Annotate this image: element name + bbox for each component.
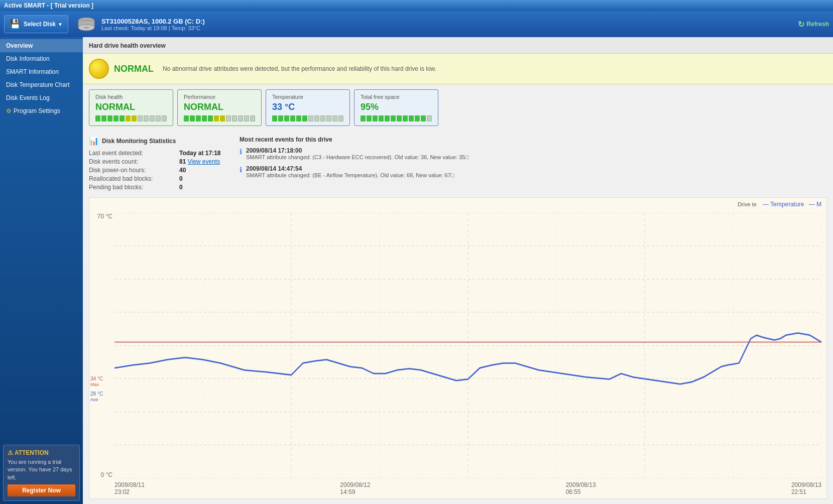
chart-title: Drive te — Temperature — M xyxy=(738,201,821,208)
view-events-link[interactable]: View events xyxy=(188,158,220,165)
event-item-1: ℹ 2009/08/14 17:18:00 SMART attribute ch… xyxy=(240,147,827,160)
lower-section: 📊 Disk Monitoring Statistics Last event … xyxy=(83,131,833,197)
app-title: Active SMART - [ Trial version ] xyxy=(4,2,93,9)
stats-row-power-on: Disk power-on hours: 40 xyxy=(89,167,229,174)
free-space-value: 95% xyxy=(361,102,432,112)
x-label-2: 2009/08/1214:59 xyxy=(340,481,370,495)
free-space-title: Total free space xyxy=(361,94,432,100)
health-card-temperature: Temperature 33 °C xyxy=(266,89,350,126)
event-desc-1: SMART attribute changed: (C3 - Hardware … xyxy=(246,154,468,160)
health-card-performance: Performance NORMAL xyxy=(177,89,262,126)
disk-name: ST31000528AS, 1000.2 GB (C: D:) xyxy=(101,18,798,25)
disk-info-header: ST31000528AS, 1000.2 GB (C: D:) Last che… xyxy=(101,18,798,31)
chart-max-label: 34 °CMax xyxy=(90,376,103,387)
select-disk-button[interactable]: 💾 Select Disk ▼ xyxy=(4,15,68,33)
stats-row-pending: Pending bad blocks: 0 xyxy=(89,184,229,191)
performance-progress xyxy=(184,115,255,121)
event-icon-1: ℹ xyxy=(240,148,242,160)
event-content-2: 2009/08/14 14:47:54 SMART attribute chan… xyxy=(246,165,454,178)
x-label-4: 2009/08/1322:51 xyxy=(791,481,821,495)
event-item-2: ℹ 2009/08/14 14:47:54 SMART attribute ch… xyxy=(240,165,827,178)
attention-text: You are running a trial version. You hav… xyxy=(8,458,75,481)
event-time-1: 2009/08/14 17:18:00 xyxy=(246,147,468,154)
page-title: Hard drive health overview xyxy=(89,42,166,49)
event-icon-2: ℹ xyxy=(240,166,242,178)
register-button[interactable]: Register Now xyxy=(8,484,75,496)
sidebar-item-program-settings[interactable]: ⚙ Program Settings xyxy=(0,104,83,117)
status-text: No abnormal drive attributes were detect… xyxy=(163,65,436,72)
settings-icon: ⚙ xyxy=(6,107,12,114)
status-banner: NORMAL No abnormal drive attributes were… xyxy=(83,54,833,84)
sidebar-item-smart-information[interactable]: SMART Information xyxy=(0,65,83,78)
chart-svg-container xyxy=(114,213,821,478)
chart-area: Drive te — Temperature — M 70 °C 0 °C xyxy=(89,197,827,499)
sidebar-item-disk-information[interactable]: Disk Information xyxy=(0,52,83,65)
disk-stats-title: 📊 Disk Monitoring Statistics xyxy=(89,136,229,146)
temperature-value: 33 °C xyxy=(272,102,343,112)
attention-box: ⚠ ATTENTION You are running a trial vers… xyxy=(3,445,80,501)
health-cards: Disk health NORMAL xyxy=(83,84,833,131)
refresh-button[interactable]: ↻ Refresh xyxy=(798,20,829,29)
toolbar: 💾 Select Disk ▼ ST31000528AS, 1000.2 GB … xyxy=(0,11,833,37)
performance-value: NORMAL xyxy=(184,102,255,112)
disk-stats: 📊 Disk Monitoring Statistics Last event … xyxy=(89,136,229,192)
performance-title: Performance xyxy=(184,94,255,100)
x-label-3: 2009/08/1306:55 xyxy=(566,481,596,495)
sidebar-item-overview[interactable]: Overview xyxy=(0,39,83,52)
health-card-free-space: Total free space 95% xyxy=(354,89,438,126)
temperature-progress xyxy=(272,115,343,121)
disk-health-value: NORMAL xyxy=(95,102,167,112)
recent-events-title: Most recent events for this drive xyxy=(240,136,827,143)
free-space-progress xyxy=(361,115,432,121)
chart-y-labels: 70 °C 0 °C xyxy=(89,213,114,478)
temperature-title: Temperature xyxy=(272,94,343,100)
recent-events: Most recent events for this drive ℹ 2009… xyxy=(240,136,827,192)
stats-row-events-count: Disk events count: 81 View events xyxy=(89,158,229,165)
stats-table: Last event detected: Today at 17:18 Disk… xyxy=(89,150,229,191)
chart-ave-label: 28 °CAve xyxy=(90,391,103,402)
sidebar-item-disk-temperature-chart[interactable]: Disk Temperature Chart xyxy=(0,78,83,91)
app-body: Overview Disk Information SMART Informat… xyxy=(0,37,833,504)
disk-health-title: Disk health xyxy=(95,94,167,100)
event-desc-2: SMART attribute changed: (BE - Airflow T… xyxy=(246,172,454,178)
status-label: NORMAL xyxy=(114,64,154,74)
disk-icon xyxy=(76,14,96,34)
event-time-2: 2009/08/14 14:47:54 xyxy=(246,165,454,172)
sidebar-item-disk-events-log[interactable]: Disk Events Log xyxy=(0,91,83,104)
chart-x-labels: 2009/08/1123:02 2009/08/1214:59 2009/08/… xyxy=(114,479,821,498)
sidebar: Overview Disk Information SMART Informat… xyxy=(0,37,83,504)
event-content-1: 2009/08/14 17:18:00 SMART attribute chan… xyxy=(246,147,468,160)
svg-point-3 xyxy=(83,27,89,29)
attention-title: ⚠ ATTENTION xyxy=(8,449,75,456)
disk-sub-info: Last check: Today at 19:08 | Temp: 33°C xyxy=(101,25,798,31)
status-icon xyxy=(89,59,109,79)
titlebar: Active SMART - [ Trial version ] xyxy=(0,0,833,11)
disk-health-progress xyxy=(95,115,167,121)
select-disk-label: Select Disk xyxy=(24,21,56,28)
stats-row-last-event: Last event detected: Today at 17:18 xyxy=(89,150,229,157)
x-label-1: 2009/08/1123:02 xyxy=(114,481,145,495)
main-content: Hard drive health overview NORMAL No abn… xyxy=(83,37,833,504)
stats-row-reallocated: Reallocated bad blocks: 0 xyxy=(89,175,229,182)
page-header: Hard drive health overview xyxy=(83,37,833,54)
health-card-disk-health: Disk health NORMAL xyxy=(89,89,173,126)
refresh-label: Refresh xyxy=(806,21,829,28)
